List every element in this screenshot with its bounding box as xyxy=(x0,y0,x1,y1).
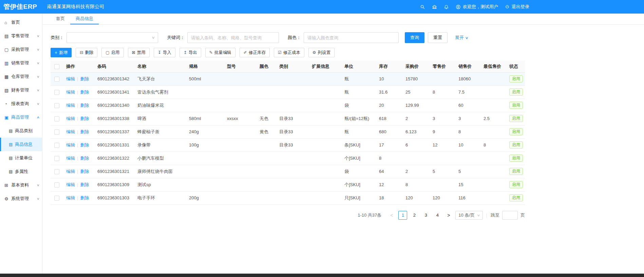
category-select[interactable]: ∨ xyxy=(67,32,158,43)
expand-link[interactable]: 展开 ∨ xyxy=(455,35,468,41)
delete-link[interactable]: 删除 xyxy=(80,90,89,95)
edit-link[interactable]: 编辑 xyxy=(66,90,75,95)
sales-icon: ▥ xyxy=(4,61,11,66)
status-cell: 启用 xyxy=(506,152,525,165)
delete-button[interactable]: ⊟删除 xyxy=(76,48,97,57)
ops-cell: 编辑|删除 xyxy=(63,72,94,85)
enable-button[interactable]: ▢启用 xyxy=(101,48,124,57)
delete-link[interactable]: 删除 xyxy=(80,116,89,121)
row-checkbox[interactable] xyxy=(54,103,59,108)
prev-page-button[interactable]: < xyxy=(387,211,396,220)
page-button-1[interactable]: 1 xyxy=(398,211,407,220)
notifications-bell-icon[interactable] xyxy=(444,4,449,9)
sidebar-item-finance[interactable]: ▧财务管理∨ xyxy=(0,83,42,97)
system-icon: ⚙ xyxy=(4,196,11,201)
sidebar-item-sales[interactable]: ▥销售管理∨ xyxy=(0,56,42,70)
divider: | xyxy=(77,169,78,174)
sidebar-item-goods[interactable]: ▣商品管理∧ xyxy=(0,111,42,124)
delete-link[interactable]: 删除 xyxy=(80,182,89,187)
column-settings-button[interactable]: ⚙列设置 xyxy=(308,48,335,57)
row-checkbox[interactable] xyxy=(54,182,59,187)
row-checkbox[interactable] xyxy=(54,130,59,135)
cell-barcode: 6901236301337 xyxy=(94,125,134,138)
delete-link[interactable]: 删除 xyxy=(80,129,89,134)
cell-barcode: 6901236301303 xyxy=(94,191,134,204)
page-button-2[interactable]: 2 xyxy=(410,211,419,220)
row-checkbox[interactable] xyxy=(54,90,59,95)
logout-button[interactable]: 退出登录 xyxy=(505,4,529,10)
sidebar-item-measure-unit[interactable]: ▤计量单位 xyxy=(0,151,42,165)
edit-link[interactable]: 编辑 xyxy=(66,169,75,174)
edit-link[interactable]: 编辑 xyxy=(66,195,75,200)
home-portal-icon[interactable] xyxy=(432,4,437,9)
sidebar-item-home[interactable]: ⌂首页 xyxy=(0,16,42,29)
export-button[interactable]: ↥导出 xyxy=(179,48,201,57)
cell-purchase_price: 8 xyxy=(402,178,429,191)
welcome-user[interactable]: 欢迎您，测试用户 xyxy=(456,4,498,10)
divider: | xyxy=(486,213,487,218)
delete-link[interactable]: 删除 xyxy=(80,76,89,81)
status-badge: 启用 xyxy=(509,168,523,175)
add-button[interactable]: +新增 xyxy=(51,48,72,57)
pagination: 1-10 共37条 < 1234 > 10 条/页 ∨ | 跳至 页 xyxy=(51,211,525,220)
edit-link[interactable]: 编辑 xyxy=(66,76,75,81)
cell-purchase_price: 15780 xyxy=(402,72,429,85)
page-button-3[interactable]: 3 xyxy=(421,211,430,220)
cell-stock: 12 xyxy=(376,178,402,191)
delete-link[interactable]: 删除 xyxy=(80,169,89,174)
sidebar-item-warehouse[interactable]: ▦仓库管理∨ xyxy=(0,70,42,83)
sidebar-item-purchase[interactable]: ▢采购管理∨ xyxy=(0,43,42,56)
sidebar-item-goods-category[interactable]: ▤商品类别 xyxy=(0,124,42,138)
edit-link[interactable]: 编辑 xyxy=(66,103,75,108)
row-checkbox[interactable] xyxy=(54,116,59,121)
keyword-input[interactable] xyxy=(187,32,279,43)
search-icon[interactable] xyxy=(420,4,425,9)
sidebar-item-system[interactable]: ⚙系统管理∨ xyxy=(0,192,42,205)
page-button-4[interactable]: 4 xyxy=(433,211,442,220)
page-size-select[interactable]: 10 条/页 ∨ xyxy=(455,211,482,220)
color-input[interactable] xyxy=(304,32,399,43)
cell-unit: 袋 xyxy=(341,99,376,112)
import-button[interactable]: ↧导入 xyxy=(154,48,175,57)
batch-edit-button[interactable]: ✎批量编辑 xyxy=(205,48,235,57)
fix-cost-button[interactable]: ☑修正成本 xyxy=(274,48,304,57)
tab-home[interactable]: 首页 xyxy=(51,14,70,24)
row-checkbox[interactable] xyxy=(54,77,59,82)
select-all-checkbox[interactable] xyxy=(54,64,59,69)
row-checkbox[interactable] xyxy=(54,156,59,161)
sidebar-item-basic-data[interactable]: ⊞基本资料∨ xyxy=(0,178,42,192)
delete-link[interactable]: 删除 xyxy=(80,103,89,108)
table-row: 编辑|删除6901236301340奶油味爆米花袋20129.9960启用 xyxy=(51,99,525,112)
status-cell: 启用 xyxy=(506,72,525,85)
disable-button[interactable]: ⊠禁用 xyxy=(128,48,150,57)
status-badge: 启用 xyxy=(509,194,523,202)
tab-goods-info[interactable]: 商品信息 xyxy=(70,14,99,24)
sidebar-item-retail[interactable]: ▤零售管理∨ xyxy=(0,29,42,43)
delete-link[interactable]: 删除 xyxy=(80,142,89,147)
row-checkbox[interactable] xyxy=(54,169,59,174)
fix-stock-button[interactable]: ✐修正库存 xyxy=(240,48,270,57)
search-button[interactable]: 查询 xyxy=(405,32,424,43)
delete-link[interactable]: 删除 xyxy=(80,156,89,161)
cell-retail_price: 5 xyxy=(429,165,455,178)
chevron-down-icon: ∨ xyxy=(37,48,40,51)
reset-button[interactable]: 重置 xyxy=(428,32,448,43)
cell-stock: 18 xyxy=(376,191,402,204)
edit-link[interactable]: 编辑 xyxy=(66,116,75,121)
edit-link[interactable]: 编辑 xyxy=(66,182,75,187)
next-page-button[interactable]: > xyxy=(444,211,453,220)
jump-page-input[interactable] xyxy=(502,211,518,220)
row-checkbox[interactable] xyxy=(54,196,59,201)
cell-barcode: 6901236301321 xyxy=(94,165,134,178)
page-size-value: 10 条/页 xyxy=(458,212,475,218)
edit-link[interactable]: 编辑 xyxy=(66,156,75,161)
column-header-purchase_price: 采购价 xyxy=(402,61,429,72)
edit-link[interactable]: 编辑 xyxy=(66,142,75,147)
edit-link[interactable]: 编辑 xyxy=(66,129,75,134)
delete-link[interactable]: 删除 xyxy=(80,195,89,200)
row-checkbox[interactable] xyxy=(54,143,59,148)
cell-stock: 680 xyxy=(376,125,402,138)
sidebar-item-goods-info[interactable]: ▤商品信息 xyxy=(0,138,42,151)
sidebar-item-report[interactable]: ◔报表查询∨ xyxy=(0,97,42,111)
sidebar-item-multi-attr[interactable]: ▤多属性 xyxy=(0,165,42,178)
